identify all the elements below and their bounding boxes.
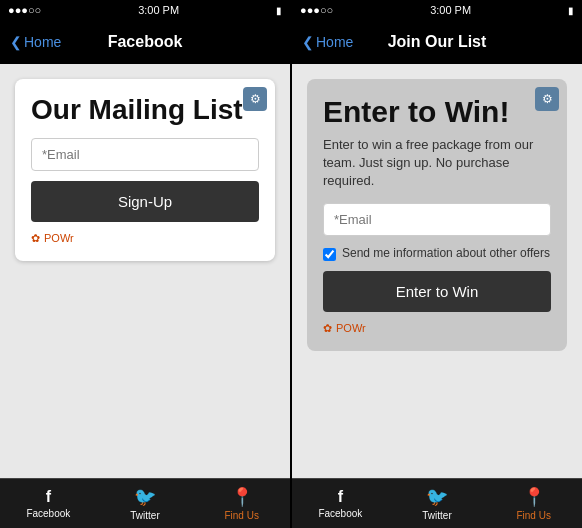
right-tab-twitter[interactable]: 🐦 Twitter	[389, 486, 486, 521]
right-gear-icon: ⚙	[542, 92, 553, 106]
right-facebook-icon: f	[338, 488, 343, 506]
right-email-input[interactable]	[323, 203, 551, 236]
right-checkbox[interactable]	[323, 248, 336, 261]
right-card: ⚙ Enter to Win! Enter to win a free pack…	[307, 79, 567, 351]
left-powr-badge: ✿ POWr	[31, 232, 259, 245]
left-signal: ●●●○○	[8, 4, 41, 16]
right-content: ⚙ Enter to Win! Enter to win a free pack…	[292, 64, 582, 478]
right-signal-dots: ●●●○○	[300, 4, 333, 16]
right-tab-facebook[interactable]: f Facebook	[292, 488, 389, 519]
left-back-label: Home	[24, 34, 61, 50]
left-phone: ●●●○○ 3:00 PM ▮ ❮ Home Facebook ⚙ Our Ma…	[0, 0, 290, 528]
left-nav-title: Facebook	[108, 33, 183, 51]
left-findus-label: Find Us	[224, 510, 258, 521]
right-back-button[interactable]: ❮ Home	[302, 34, 353, 50]
right-powr-icon: ✿	[323, 322, 332, 335]
left-twitter-icon: 🐦	[134, 486, 156, 508]
left-facebook-label: Facebook	[26, 508, 70, 519]
left-card-title: Our Mailing List	[31, 95, 259, 126]
right-twitter-icon: 🐦	[426, 486, 448, 508]
left-time: 3:00 PM	[138, 4, 179, 16]
right-twitter-label: Twitter	[422, 510, 451, 521]
right-gear-button[interactable]: ⚙	[535, 87, 559, 111]
right-phone: ●●●○○ 3:00 PM ▮ ❮ Home Join Our List ⚙ E…	[292, 0, 582, 528]
right-right-icons: ▮	[568, 5, 574, 16]
left-card: ⚙ Our Mailing List Sign-Up ✿ POWr	[15, 79, 275, 261]
right-signal: ●●●○○	[300, 4, 333, 16]
left-content: ⚙ Our Mailing List Sign-Up ✿ POWr	[0, 64, 290, 478]
left-tab-bar: f Facebook 🐦 Twitter 📍 Find Us	[0, 478, 290, 528]
right-findus-icon: 📍	[523, 486, 545, 508]
left-gear-button[interactable]: ⚙	[243, 87, 267, 111]
right-card-title: Enter to Win!	[323, 95, 551, 128]
left-tab-facebook[interactable]: f Facebook	[0, 488, 97, 519]
right-findus-label: Find Us	[516, 510, 550, 521]
left-gear-icon: ⚙	[250, 92, 261, 106]
left-facebook-icon: f	[46, 488, 51, 506]
right-tab-bar: f Facebook 🐦 Twitter 📍 Find Us	[292, 478, 582, 528]
right-tab-findus[interactable]: 📍 Find Us	[485, 486, 582, 521]
left-nav-bar: ❮ Home Facebook	[0, 20, 290, 64]
right-enter-button[interactable]: Enter to Win	[323, 271, 551, 312]
left-twitter-label: Twitter	[130, 510, 159, 521]
right-powr-label: POWr	[336, 322, 366, 334]
left-back-chevron: ❮	[10, 34, 22, 50]
left-back-button[interactable]: ❮ Home	[10, 34, 61, 50]
right-facebook-label: Facebook	[318, 508, 362, 519]
right-checkbox-row: Send me information about other offers	[323, 246, 551, 261]
right-back-chevron: ❮	[302, 34, 314, 50]
left-signup-button[interactable]: Sign-Up	[31, 181, 259, 222]
left-findus-icon: 📍	[231, 486, 253, 508]
left-powr-icon: ✿	[31, 232, 40, 245]
left-tab-findus[interactable]: 📍 Find Us	[193, 486, 290, 521]
right-back-label: Home	[316, 34, 353, 50]
right-nav-title: Join Our List	[388, 33, 487, 51]
right-card-description: Enter to win a free package from our tea…	[323, 136, 551, 191]
right-checkbox-label: Send me information about other offers	[342, 246, 550, 260]
left-status-bar: ●●●○○ 3:00 PM ▮	[0, 0, 290, 20]
right-powr-badge: ✿ POWr	[323, 322, 551, 335]
right-nav-bar: ❮ Home Join Our List	[292, 20, 582, 64]
right-status-bar: ●●●○○ 3:00 PM ▮	[292, 0, 582, 20]
left-battery-icon: ▮	[276, 5, 282, 16]
left-email-input[interactable]	[31, 138, 259, 171]
right-time: 3:00 PM	[430, 4, 471, 16]
left-powr-label: POWr	[44, 232, 74, 244]
left-right-icons: ▮	[276, 5, 282, 16]
dot1: ●●●○○	[8, 4, 41, 16]
right-battery-icon: ▮	[568, 5, 574, 16]
left-tab-twitter[interactable]: 🐦 Twitter	[97, 486, 194, 521]
